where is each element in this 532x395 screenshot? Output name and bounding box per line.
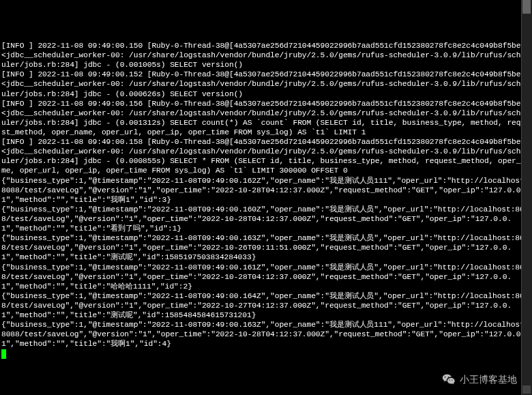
scrollbar-thumb[interactable] xyxy=(522,0,531,14)
scrollbar-arrow-down[interactable] xyxy=(522,385,531,394)
watermark-text: 小王博客基地 xyxy=(460,374,517,386)
scrollbar-track[interactable] xyxy=(521,0,532,395)
wechat-icon xyxy=(442,373,456,387)
terminal-cursor xyxy=(1,349,6,359)
terminal-output: [INFO ] 2022-11-08 09:49:00.150 [Ruby-0-… xyxy=(0,0,532,360)
watermark: 小王博客基地 xyxy=(442,373,517,387)
log-content: [INFO ] 2022-11-08 09:49:00.150 [Ruby-0-… xyxy=(1,42,530,348)
